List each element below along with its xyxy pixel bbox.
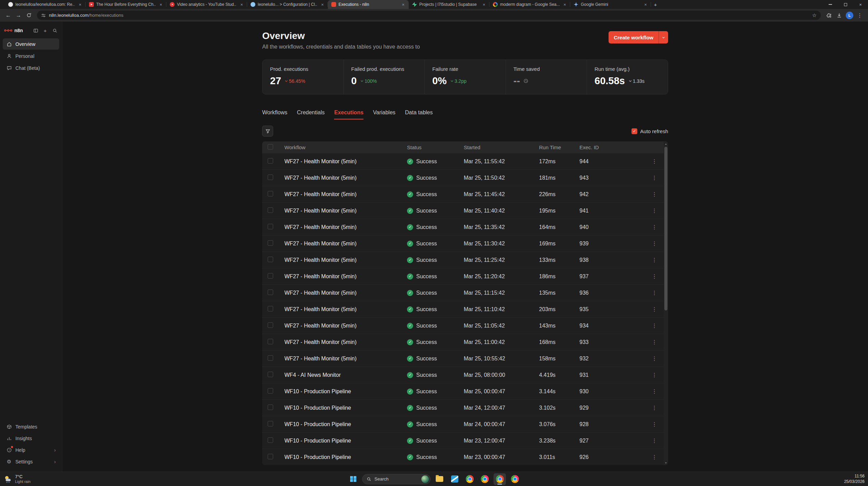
- table-row[interactable]: WF10 - Production Pipeline ✓ Success Mar…: [262, 449, 668, 465]
- row-checkbox[interactable]: [268, 207, 273, 213]
- workflow-name[interactable]: WF27 - Health Monitor (5min): [284, 273, 407, 280]
- tab-close-icon[interactable]: ×: [400, 2, 406, 7]
- workflow-name[interactable]: WF10 - Production Pipeline: [284, 421, 407, 427]
- sidebar-item-settings[interactable]: ⚙ Settings ›: [3, 456, 59, 467]
- workflow-name[interactable]: WF4 - AI News Monitor: [284, 372, 407, 378]
- scroll-down-icon[interactable]: ▼: [665, 460, 667, 465]
- workflow-name[interactable]: WF10 - Production Pipeline: [284, 438, 407, 444]
- browser-tab-supabase[interactable]: Projects | l7l5studio | Supabase ×: [409, 0, 489, 9]
- browser-tab-gemini[interactable]: Google Gemini ×: [570, 0, 651, 9]
- browser-menu-button[interactable]: ⋮: [855, 11, 865, 20]
- workflow-name[interactable]: WF27 - Health Monitor (5min): [284, 257, 407, 263]
- table-row[interactable]: WF10 - Production Pipeline ✓ Success Mar…: [262, 432, 668, 449]
- row-menu-icon[interactable]: ⋮: [652, 438, 657, 444]
- chrome-button-1[interactable]: [463, 473, 476, 485]
- column-header-started[interactable]: Started: [464, 144, 539, 150]
- tab-credentials[interactable]: Credentials: [297, 110, 325, 119]
- row-menu-icon[interactable]: ⋮: [652, 454, 657, 460]
- row-menu-icon[interactable]: ⋮: [652, 306, 657, 312]
- row-menu-icon[interactable]: ⋮: [652, 290, 657, 296]
- row-checkbox[interactable]: [268, 421, 273, 426]
- collapse-panel-button[interactable]: [33, 27, 39, 34]
- tab-variables[interactable]: Variables: [373, 110, 396, 119]
- row-checkbox[interactable]: [268, 339, 273, 344]
- workflow-name[interactable]: WF27 - Health Monitor (5min): [284, 241, 407, 247]
- table-row[interactable]: WF27 - Health Monitor (5min) ✓ Success M…: [262, 252, 668, 268]
- row-menu-icon[interactable]: ⋮: [652, 191, 657, 197]
- table-row[interactable]: WF27 - Health Monitor (5min) ✓ Success M…: [262, 284, 668, 301]
- downloads-button[interactable]: [834, 11, 844, 20]
- row-checkbox[interactable]: [268, 355, 273, 361]
- row-menu-icon[interactable]: ⋮: [652, 323, 657, 329]
- workflow-name[interactable]: WF10 - Production Pipeline: [284, 454, 407, 460]
- row-menu-icon[interactable]: ⋮: [652, 339, 657, 345]
- tab-close-icon[interactable]: ×: [239, 2, 244, 7]
- create-workflow-dropdown[interactable]: [659, 31, 668, 43]
- stat-time-saved[interactable]: Time saved --: [506, 60, 587, 94]
- browser-tab-google-search[interactable]: moderm diagram - Google Sea... ×: [489, 0, 570, 9]
- window-minimize-button[interactable]: [823, 0, 838, 9]
- extensions-button[interactable]: [824, 11, 834, 20]
- stat-failure-rate[interactable]: Failure rate 0% 3.2pp: [424, 60, 506, 94]
- table-row[interactable]: WF4 - AI News Monitor ✓ Success Mar 25, …: [262, 367, 668, 383]
- tab-executions[interactable]: Executions: [334, 110, 363, 119]
- taskbar-weather[interactable]: 7°C Light rain: [3, 474, 30, 484]
- sidebar-item-templates[interactable]: Templates: [3, 421, 59, 432]
- sidebar-item-chat[interactable]: Chat (Beta): [3, 62, 59, 74]
- row-checkbox[interactable]: [268, 158, 273, 164]
- table-row[interactable]: WF10 - Production Pipeline ✓ Success Mar…: [262, 416, 668, 432]
- url-bar[interactable]: n8n.leonelulloa.com/home/executions ☆: [37, 11, 821, 20]
- table-row[interactable]: WF27 - Health Monitor (5min) ✓ Success M…: [262, 235, 668, 252]
- filter-button[interactable]: [262, 126, 273, 137]
- row-checkbox[interactable]: [268, 191, 273, 196]
- back-button[interactable]: ←: [3, 11, 13, 20]
- workflow-name[interactable]: WF27 - Health Monitor (5min): [284, 175, 407, 181]
- browser-tab-configuration[interactable]: leonelullo... > Configuration | Cl... ×: [247, 0, 328, 9]
- row-menu-icon[interactable]: ⋮: [652, 421, 657, 427]
- new-tab-button[interactable]: +: [651, 0, 660, 9]
- profile-button[interactable]: L: [845, 11, 854, 20]
- row-menu-icon[interactable]: ⋮: [652, 388, 657, 394]
- browser-tab-youtube-studio[interactable]: Video analytics - YouTube Stud... ×: [166, 0, 247, 9]
- table-row[interactable]: WF10 - Production Pipeline ✓ Success Mar…: [262, 399, 668, 416]
- tab-close-icon[interactable]: ×: [320, 2, 325, 7]
- workflow-name[interactable]: WF27 - Health Monitor (5min): [284, 356, 407, 362]
- auto-refresh-checkbox[interactable]: ✓: [631, 128, 637, 134]
- sidebar-item-help[interactable]: ? Help ›: [3, 444, 59, 456]
- chrome-button-2[interactable]: [478, 473, 491, 485]
- workflow-name[interactable]: WF27 - Health Monitor (5min): [284, 208, 407, 214]
- bookmark-star-icon[interactable]: ☆: [812, 12, 817, 18]
- scrollbar-thumb[interactable]: [664, 147, 667, 310]
- workflow-name[interactable]: WF10 - Production Pipeline: [284, 405, 407, 411]
- browser-tab-github[interactable]: leonelulloa/leonelulloa.com: Re... ×: [5, 0, 86, 9]
- row-menu-icon[interactable]: ⋮: [652, 273, 657, 279]
- workflow-name[interactable]: WF27 - Health Monitor (5min): [284, 290, 407, 296]
- row-checkbox[interactable]: [268, 322, 273, 328]
- window-maximize-button[interactable]: [838, 0, 853, 9]
- column-header-workflow[interactable]: Workflow: [284, 144, 407, 150]
- row-checkbox[interactable]: [268, 224, 273, 229]
- row-menu-icon[interactable]: ⋮: [652, 208, 657, 214]
- column-header-exec-id[interactable]: Exec. ID: [579, 144, 631, 150]
- workflow-name[interactable]: WF27 - Health Monitor (5min): [284, 339, 407, 345]
- stat-failed-executions[interactable]: Failed prod. executions 0 100%: [343, 60, 424, 94]
- table-row[interactable]: WF27 - Health Monitor (5min) ✓ Success M…: [262, 219, 668, 235]
- browser-tab-youtube[interactable]: The Hour Before Everything Ch... ×: [86, 0, 166, 9]
- add-workflow-button[interactable]: +: [42, 27, 48, 34]
- row-checkbox[interactable]: [268, 405, 273, 410]
- table-scrollbar[interactable]: ▲ ▼: [664, 141, 668, 465]
- browser-tab-n8n-executions[interactable]: Executions - n8n ×: [328, 0, 409, 9]
- workflow-name[interactable]: WF10 - Production Pipeline: [284, 388, 407, 395]
- row-checkbox[interactable]: [268, 388, 273, 394]
- table-row[interactable]: WF27 - Health Monitor (5min) ✓ Success M…: [262, 334, 668, 350]
- row-menu-icon[interactable]: ⋮: [652, 158, 657, 164]
- workflow-name[interactable]: WF27 - Health Monitor (5min): [284, 191, 407, 197]
- row-menu-icon[interactable]: ⋮: [652, 175, 657, 181]
- row-menu-icon[interactable]: ⋮: [652, 241, 657, 246]
- tab-close-icon[interactable]: ×: [481, 2, 487, 7]
- create-workflow-label[interactable]: Create workflow: [609, 31, 659, 43]
- tab-workflows[interactable]: Workflows: [262, 110, 288, 119]
- taskbar-clock[interactable]: 11:56 25/03/2026: [844, 474, 865, 484]
- row-checkbox[interactable]: [268, 437, 273, 443]
- forward-button[interactable]: →: [14, 11, 23, 20]
